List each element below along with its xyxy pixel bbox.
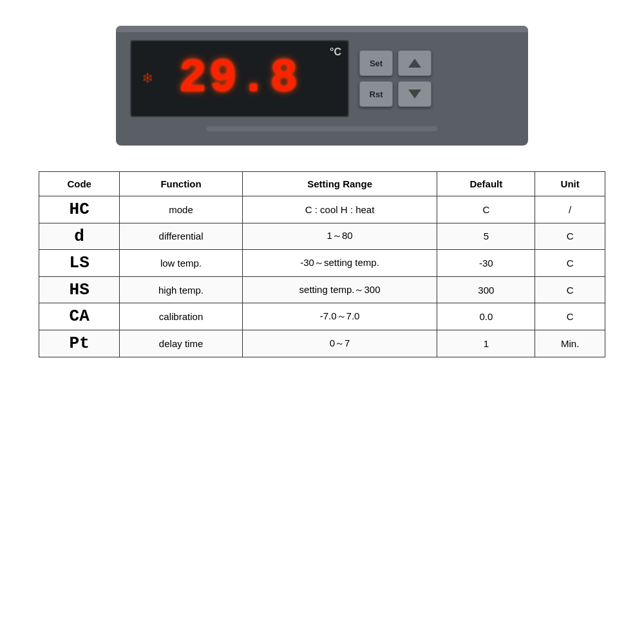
range-cell: setting temp.～300 xyxy=(242,276,437,303)
up-button[interactable] xyxy=(398,50,431,76)
col-header-unit: Unit xyxy=(535,172,605,196)
rst-button[interactable]: Rst xyxy=(359,81,393,107)
range-cell: 1～80 xyxy=(242,223,437,250)
down-button[interactable] xyxy=(398,81,431,107)
range-cell: -7.0～7.0 xyxy=(242,303,437,330)
unit-cell: C xyxy=(535,250,605,277)
col-header-default: Default xyxy=(437,172,535,196)
function-cell: mode xyxy=(120,196,243,223)
settings-table-wrapper: Code Function Setting Range Default Unit… xyxy=(39,171,605,357)
default-cell: C xyxy=(437,196,535,223)
default-cell: -30 xyxy=(437,250,535,277)
unit-cell: C xyxy=(535,223,605,250)
snowflake-icon: ❄ xyxy=(142,70,153,87)
code-cell: HS xyxy=(39,276,120,303)
table-row: HCmodeC : cool H : heatC/ xyxy=(39,196,605,223)
function-cell: delay time xyxy=(120,330,243,357)
col-header-function: Function xyxy=(120,172,243,196)
code-cell: Pt xyxy=(39,330,120,357)
code-cell: CA xyxy=(39,303,120,330)
code-cell: HC xyxy=(39,196,120,223)
button-group: Set Rst xyxy=(359,50,431,107)
unit-cell: Min. xyxy=(535,330,605,357)
code-cell: d xyxy=(39,223,120,250)
set-button[interactable]: Set xyxy=(359,50,393,76)
controller-body: °C ❄ 29.8 Set Rst xyxy=(116,26,528,146)
display-panel: °C ❄ 29.8 xyxy=(130,40,349,117)
col-header-code: Code xyxy=(39,172,120,196)
col-header-setting-range: Setting Range xyxy=(242,172,437,196)
table-row: ddifferential1～805C xyxy=(39,223,605,250)
default-cell: 0.0 xyxy=(437,303,535,330)
up-arrow-icon xyxy=(408,59,421,68)
table-row: CAcalibration-7.0～7.00.0C xyxy=(39,303,605,330)
function-cell: low temp. xyxy=(120,250,243,277)
function-cell: calibration xyxy=(120,303,243,330)
unit-cell: C xyxy=(535,276,605,303)
temperature-display: 29.8 xyxy=(179,55,301,102)
unit-cell: / xyxy=(535,196,605,223)
range-cell: C : cool H : heat xyxy=(242,196,437,223)
controller-panel: °C ❄ 29.8 Set Rst xyxy=(116,26,528,146)
default-cell: 300 xyxy=(437,276,535,303)
function-cell: differential xyxy=(120,223,243,250)
table-row: Ptdelay time0～71Min. xyxy=(39,330,605,357)
range-cell: 0～7 xyxy=(242,330,437,357)
table-row: HShigh temp.setting temp.～300300C xyxy=(39,276,605,303)
range-cell: -30～setting temp. xyxy=(242,250,437,277)
function-cell: high temp. xyxy=(120,276,243,303)
settings-table: Code Function Setting Range Default Unit… xyxy=(39,171,605,357)
code-cell: LS xyxy=(39,250,120,277)
controller-bottom-strip xyxy=(207,126,437,131)
default-cell: 5 xyxy=(437,223,535,250)
down-arrow-icon xyxy=(408,90,421,99)
table-row: LSlow temp.-30～setting temp.-30C xyxy=(39,250,605,277)
celsius-symbol: °C xyxy=(330,46,341,58)
default-cell: 1 xyxy=(437,330,535,357)
unit-cell: C xyxy=(535,303,605,330)
